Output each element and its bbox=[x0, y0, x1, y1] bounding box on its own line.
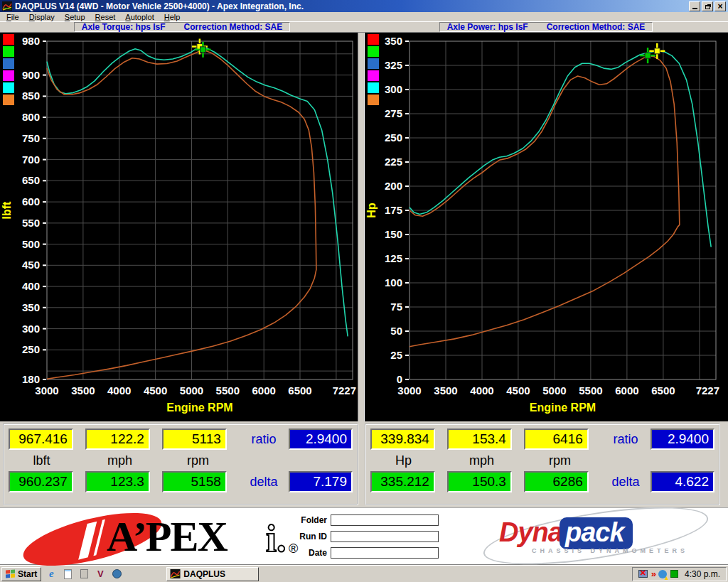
daqplus-icon bbox=[170, 569, 181, 578]
svg-text:3500: 3500 bbox=[434, 384, 457, 397]
svg-text:5500: 5500 bbox=[579, 384, 602, 397]
menu-reset[interactable]: Reset bbox=[90, 13, 121, 21]
document-icon[interactable] bbox=[78, 568, 90, 580]
close-button[interactable]: × bbox=[714, 1, 726, 11]
taskbar-button-label: DAQPLUS bbox=[183, 569, 225, 579]
svg-text:200: 200 bbox=[385, 180, 402, 192]
app-icon bbox=[2, 1, 12, 11]
taskbar-button-daqplus[interactable]: DAQPLUS bbox=[166, 567, 259, 581]
network-disconnected-icon[interactable] bbox=[638, 570, 648, 578]
svg-text:6000: 6000 bbox=[615, 384, 638, 397]
fast-arrows-icon[interactable]: » bbox=[651, 568, 655, 579]
app-window: DAQPLUS V14 (4WD - Motor Vehicle 2500+40… bbox=[0, 0, 728, 582]
taskbar-clock: 4:30 p.m. bbox=[685, 569, 720, 579]
svg-text:25: 25 bbox=[390, 349, 402, 361]
minimize-button[interactable] bbox=[689, 1, 700, 11]
svg-text:300: 300 bbox=[22, 323, 40, 335]
lbft-plot-svg[interactable]: 1802503003504004505005506006507007508008… bbox=[0, 33, 358, 421]
menu-file[interactable]: File bbox=[1, 13, 24, 21]
date-input[interactable] bbox=[331, 547, 439, 559]
v-app-icon[interactable]: V bbox=[95, 568, 106, 580]
dynapack-wordmark-red: Dyna bbox=[499, 517, 562, 547]
torque-ratio-label: ratio bbox=[239, 432, 289, 447]
svg-text:4000: 4000 bbox=[470, 384, 493, 397]
power-chart[interactable]: 0255075100125150175200225250275300325350… bbox=[365, 33, 728, 421]
svg-text:6500: 6500 bbox=[288, 384, 311, 397]
system-tray: » 4:30 p.m. bbox=[632, 567, 727, 581]
title-bar: DAQPLUS V14 (4WD - Motor Vehicle 2500+40… bbox=[0, 0, 728, 12]
svg-text:250: 250 bbox=[385, 131, 402, 144]
start-button[interactable]: Start bbox=[1, 567, 41, 581]
update-warning-icon[interactable] bbox=[658, 570, 667, 578]
svg-text:500: 500 bbox=[22, 238, 40, 250]
menu-help[interactable]: Help bbox=[159, 13, 186, 21]
torque-correction-method: Correction Method: SAE bbox=[184, 22, 283, 32]
svg-text:980: 980 bbox=[22, 35, 40, 47]
Hp-plot-svg[interactable]: 0255075100125150175200225250275300325350… bbox=[365, 33, 728, 421]
power-chart-title: Axle Power: hps IsF bbox=[447, 22, 528, 32]
torque-ratio-value: 2.9400 bbox=[289, 429, 353, 450]
power-marker-rpm: 6286 bbox=[524, 471, 589, 492]
torque-chart-title: Axle Torque: hps IsF bbox=[82, 22, 166, 32]
power-unit-label: Hp bbox=[370, 453, 437, 468]
torque-chart[interactable]: 1802503003504004505005506006507007508008… bbox=[0, 33, 358, 421]
compose-page-icon[interactable] bbox=[62, 568, 73, 580]
svg-text:400: 400 bbox=[22, 280, 40, 292]
power-rpm-label: rpm bbox=[527, 453, 593, 468]
svg-text:450: 450 bbox=[22, 259, 40, 271]
svg-text:7227: 7227 bbox=[696, 384, 719, 397]
svg-text:4500: 4500 bbox=[144, 384, 167, 397]
power-delta-value: 4.622 bbox=[651, 471, 714, 492]
svg-text:125: 125 bbox=[385, 252, 402, 264]
svg-text:5000: 5000 bbox=[180, 384, 203, 397]
folder-input[interactable] bbox=[331, 514, 439, 526]
svg-text:3000: 3000 bbox=[397, 384, 421, 397]
torque-cursor-mph: 122.2 bbox=[85, 429, 150, 450]
torque-delta-label: delta bbox=[239, 475, 289, 490]
internet-explorer-icon[interactable]: e bbox=[46, 568, 57, 580]
folder-label: Folder bbox=[290, 515, 327, 525]
power-marker-mph: 150.3 bbox=[447, 471, 512, 492]
menu-autoplot[interactable]: Autoplot bbox=[120, 13, 159, 21]
menu-bar: File Display Setup Reset Autoplot Help bbox=[0, 12, 728, 21]
run-id-label: Run ID bbox=[290, 532, 327, 541]
chart-divider bbox=[358, 33, 365, 421]
svg-text:750: 750 bbox=[22, 132, 40, 144]
svg-text:180: 180 bbox=[22, 373, 40, 385]
torque-delta-value: 7.179 bbox=[289, 471, 353, 492]
power-cursor-mph: 153.4 bbox=[447, 429, 512, 450]
svg-text:3000: 3000 bbox=[35, 384, 58, 397]
minimize-icon bbox=[692, 3, 697, 9]
power-ratio-value: 2.9400 bbox=[651, 429, 714, 450]
apex-wordmark: A’PEX bbox=[107, 512, 227, 561]
chart-header-strip: Axle Torque: hps IsF Correction Method: … bbox=[0, 21, 728, 33]
date-label: Date bbox=[290, 548, 327, 558]
power-cursor-rpm: 6416 bbox=[524, 429, 589, 450]
messenger-icon[interactable] bbox=[111, 568, 122, 580]
status-square-icon[interactable] bbox=[670, 570, 678, 578]
svg-text:lbft: lbft bbox=[1, 201, 13, 220]
window-title: DAQPLUS V14 (4WD - Motor Vehicle 2500+40… bbox=[15, 1, 689, 11]
svg-text:Hp: Hp bbox=[365, 203, 378, 218]
power-readout-panel: 339.834 153.4 6416 ratio 2.9400 Hp mph r… bbox=[365, 424, 720, 505]
taskbar: Start e V DAQPLUS » 4:30 p.m. bbox=[0, 565, 728, 582]
torque-cursor-rpm: 5113 bbox=[162, 429, 227, 450]
svg-text:650: 650 bbox=[22, 174, 40, 186]
power-delta-label: delta bbox=[601, 475, 651, 490]
torque-unit-label: lbft bbox=[9, 453, 75, 468]
run-id-input[interactable] bbox=[331, 531, 439, 542]
svg-text:150: 150 bbox=[385, 228, 402, 240]
svg-text:5500: 5500 bbox=[216, 384, 240, 397]
svg-text:850: 850 bbox=[22, 90, 40, 102]
dynapack-blob: pack bbox=[560, 517, 633, 549]
menu-display[interactable]: Display bbox=[24, 13, 60, 21]
svg-text:4500: 4500 bbox=[506, 384, 530, 397]
restore-button[interactable] bbox=[702, 1, 713, 11]
svg-text:800: 800 bbox=[22, 111, 40, 123]
svg-text:275: 275 bbox=[385, 107, 402, 119]
torque-marker-rpm: 5158 bbox=[162, 471, 227, 492]
menu-setup[interactable]: Setup bbox=[60, 13, 90, 21]
svg-text:250: 250 bbox=[22, 343, 40, 355]
dynapack-subtitle: CHASSIS DYNAMOMETERS bbox=[532, 547, 688, 554]
power-ratio-label: ratio bbox=[601, 432, 651, 447]
